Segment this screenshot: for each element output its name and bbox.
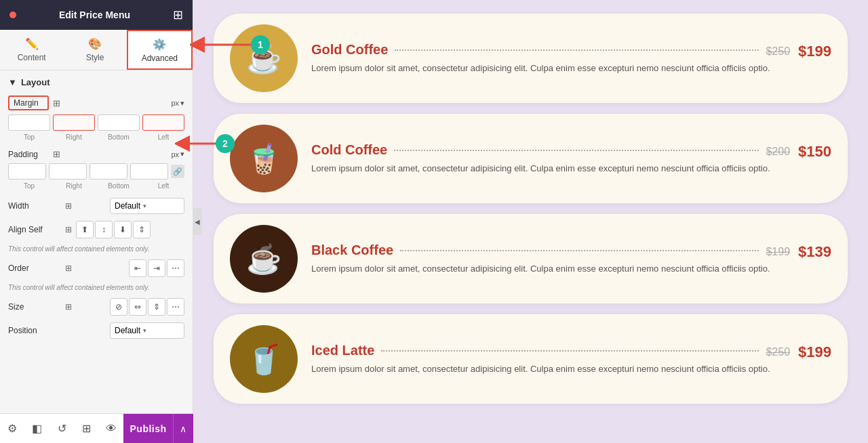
publish-chevron[interactable]: ∧ — [173, 414, 193, 443]
size-label: Size — [8, 302, 62, 312]
width-label: Width — [8, 201, 62, 211]
position-dropdown-arrow: ▾ — [143, 327, 146, 334]
margin-left-label: Left — [142, 133, 184, 141]
order-hint: This control will affect contained eleme… — [8, 284, 184, 291]
padding-link-btn[interactable]: 🔗 — [171, 165, 184, 178]
margin-unit[interactable]: px ▾ — [171, 99, 184, 108]
align-stretch-btn[interactable]: ⇕ — [133, 221, 151, 238]
menu-card-title-row-gold-coffee: Gold Coffee$250$199 — [311, 42, 831, 62]
publish-button[interactable]: Publish — [123, 414, 173, 443]
menu-card-content-cold-coffee: Cold Coffee$200$150Lorem ipsum dolor sit… — [311, 142, 831, 175]
padding-unit[interactable]: px ▾ — [171, 150, 184, 159]
size-row: Size ⊞ ⊘ ⇔ ⇕ ⋯ — [8, 298, 184, 316]
menu-card-title-row-iced-latte: Iced Latte$250$199 — [311, 343, 831, 362]
margin-bottom[interactable]: 0 — [98, 114, 140, 131]
width-icon: ⊞ — [65, 201, 72, 211]
padding-link-icon[interactable]: ⊞ — [53, 149, 60, 159]
grid-icon[interactable]: ⊞ — [173, 7, 183, 22]
order-end-btn[interactable]: ⇥ — [148, 259, 165, 277]
order-custom-btn[interactable]: ⋯ — [167, 259, 184, 277]
menu-card-desc-cold-coffee: Lorem ipsum dolor sit amet, consectetur … — [311, 162, 831, 175]
menu-card-cold-coffee: 🧋Cold Coffee$200$150Lorem ipsum dolor si… — [214, 114, 848, 203]
panel-body: ▼ Layout Margin ⊞ px ▾ 0 100 0 100 Top R… — [0, 70, 193, 443]
menu-card-desc-gold-coffee: Lorem ipsum dolor sit amet, consectetur … — [311, 62, 831, 75]
panel-title: Edit Price Menu — [59, 9, 130, 20]
menu-card-dots-black-coffee — [400, 250, 759, 251]
width-row: Width ⊞ Default ▾ — [8, 198, 184, 214]
menu-card-image-black-coffee: ☕ — [230, 225, 298, 293]
preview-bottom-icon[interactable]: 👁 — [99, 414, 123, 443]
padding-inputs: 🔗 — [8, 163, 184, 180]
tab-advanced[interactable]: ⚙️ Advanced — [127, 30, 193, 70]
price-old-gold-coffee: $250 — [766, 45, 790, 58]
margin-field-row: Margin ⊞ px ▾ — [8, 96, 184, 110]
bottom-bar: ⚙ ◧ ↺ ⊞ 👁 Publish ∧ — [0, 413, 193, 443]
section-arrow: ▼ — [8, 77, 17, 87]
padding-right-label: Right — [53, 182, 95, 190]
structure-bottom-icon[interactable]: ⊞ — [74, 414, 98, 443]
menu-card-price-area-iced-latte: $250$199 — [766, 343, 831, 361]
order-row: Order ⊞ ⇤ ⇥ ⋯ — [8, 259, 184, 277]
align-top-btn[interactable]: ⬆ — [76, 221, 94, 238]
margin-right-label: Right — [53, 133, 95, 141]
padding-bottom[interactable] — [90, 163, 127, 180]
padding-right[interactable] — [49, 163, 87, 180]
size-fit-btn[interactable]: ⇔ — [129, 298, 146, 316]
align-self-row: Align Self ⊞ ⬆ ↕ ⬇ ⇕ — [8, 221, 184, 238]
section-label: Layout — [21, 77, 50, 87]
left-panel: Edit Price Menu ⊞ ✏️ Content 🎨 Style ⚙️ … — [0, 0, 193, 443]
menu-card-iced-latte: 🥤Iced Latte$250$199Lorem ipsum dolor sit… — [214, 314, 848, 404]
layout-section-header[interactable]: ▼ Layout — [8, 77, 184, 87]
menu-card-gold-coffee: ☕Gold Coffee$250$199Lorem ipsum dolor si… — [214, 14, 848, 103]
margin-right[interactable]: 100 — [53, 114, 95, 131]
margin-left[interactable]: 100 — [142, 114, 184, 131]
menu-card-desc-iced-latte: Lorem ipsum dolor sit amet, consectetur … — [311, 362, 831, 376]
position-value: Default — [115, 326, 140, 335]
width-dropdown[interactable]: Default ▾ — [110, 198, 184, 214]
order-start-btn[interactable]: ⇤ — [129, 259, 146, 277]
price-new-black-coffee: $139 — [798, 243, 831, 261]
margin-label: Margin — [8, 96, 49, 110]
position-dropdown[interactable]: Default ▾ — [110, 322, 184, 339]
order-buttons: ⇤ ⇥ ⋯ — [129, 259, 184, 277]
position-label: Position — [8, 326, 62, 335]
margin-link-icon[interactable]: ⊞ — [53, 98, 60, 108]
margin-top[interactable]: 0 — [8, 114, 50, 131]
menu-card-image-gold-coffee: ☕ — [230, 24, 298, 92]
align-middle-btn[interactable]: ↕ — [95, 221, 113, 238]
menu-card-dots-cold-coffee — [394, 150, 759, 151]
padding-top[interactable] — [8, 163, 46, 180]
menu-items-container: ☕Gold Coffee$250$199Lorem ipsum dolor si… — [214, 14, 848, 404]
margin-unit-arrow: ▾ — [180, 99, 184, 108]
align-bottom-btn[interactable]: ⬇ — [114, 221, 132, 238]
history-bottom-icon[interactable]: ↺ — [50, 414, 74, 443]
position-row: Position Default ▾ — [8, 322, 184, 339]
price-old-black-coffee: $199 — [766, 246, 790, 258]
layers-bottom-icon[interactable]: ◧ — [24, 414, 49, 443]
size-custom-btn[interactable]: ⋯ — [167, 298, 184, 316]
size-fill-btn[interactable]: ⇕ — [148, 298, 165, 316]
menu-card-title-iced-latte: Iced Latte — [311, 343, 374, 358]
menu-card-title-gold-coffee: Gold Coffee — [311, 42, 388, 58]
padding-left-label: Left — [142, 182, 184, 190]
advanced-icon: ⚙️ — [153, 38, 166, 51]
size-none-btn[interactable]: ⊘ — [110, 298, 127, 316]
tab-content[interactable]: ✏️ Content — [0, 30, 63, 70]
padding-field-row: Padding ⊞ px ▾ — [8, 149, 184, 159]
menu-card-price-area-gold-coffee: $250$199 — [766, 43, 831, 60]
margin-top-label: Top — [8, 133, 50, 141]
tab-advanced-label: Advanced — [142, 54, 178, 63]
menu-card-black-coffee: ☕Black Coffee$199$139Lorem ipsum dolor s… — [214, 214, 848, 303]
window-dot — [9, 12, 16, 18]
price-new-gold-coffee: $199 — [798, 43, 831, 60]
menu-card-price-area-black-coffee: $199$139 — [766, 243, 831, 261]
tab-content-label: Content — [18, 53, 46, 62]
collapse-handle[interactable]: ◀ — [193, 208, 202, 235]
size-icon: ⊞ — [65, 302, 72, 312]
align-self-buttons: ⬆ ↕ ⬇ ⇕ — [76, 221, 151, 238]
padding-top-label: Top — [8, 182, 50, 190]
settings-bottom-icon[interactable]: ⚙ — [0, 414, 24, 443]
padding-left[interactable] — [130, 163, 168, 180]
tab-style[interactable]: 🎨 Style — [63, 30, 126, 70]
menu-card-content-iced-latte: Iced Latte$250$199Lorem ipsum dolor sit … — [311, 343, 831, 376]
